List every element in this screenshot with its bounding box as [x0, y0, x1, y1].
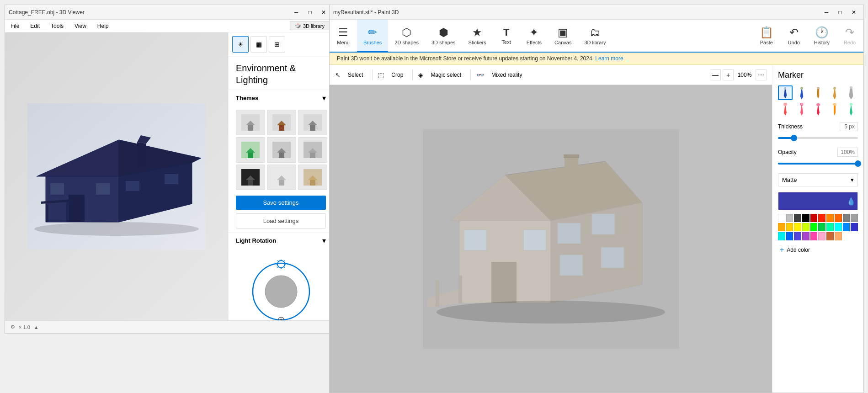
learn-more-link[interactable]: Learn more — [595, 55, 623, 62]
theme-cell-9[interactable] — [298, 165, 327, 190]
color-red[interactable] — [818, 214, 825, 222]
color-darkgreen[interactable] — [818, 223, 825, 231]
color-yellow[interactable] — [794, 223, 801, 231]
zoom-options-button[interactable]: ⋯ — [756, 69, 767, 80]
paint3d-maximize-button[interactable]: □ — [834, 8, 846, 17]
color-darkred[interactable] — [810, 214, 818, 222]
maximize-button[interactable]: □ — [304, 8, 316, 17]
theme-cell-4[interactable] — [236, 137, 265, 163]
color-lime[interactable] — [802, 223, 809, 231]
paint3d-close-button[interactable]: ✕ — [848, 8, 860, 17]
color-tan[interactable] — [835, 232, 842, 240]
brush-marker-7[interactable] — [794, 102, 809, 117]
theme-cell-7[interactable] — [236, 165, 265, 190]
color-lightpink[interactable] — [818, 232, 825, 240]
color-blue[interactable] — [843, 223, 850, 231]
color-gray2[interactable] — [851, 214, 858, 222]
thickness-slider[interactable] — [778, 134, 858, 142]
color-royalblue[interactable] — [786, 232, 793, 240]
opacity-thumb[interactable] — [855, 160, 861, 167]
theme-cell-1[interactable] — [236, 110, 265, 135]
color-gray1[interactable] — [843, 214, 850, 222]
toolbar-history[interactable]: 🕐 History — [808, 20, 836, 53]
toolbar-canvas[interactable]: ▣ Canvas — [548, 20, 578, 53]
brush-marker-1[interactable] — [778, 85, 793, 100]
color-orange[interactable] — [826, 214, 834, 222]
zoom-out-button[interactable]: — — [710, 69, 721, 80]
color-white[interactable] — [778, 214, 785, 222]
color-aqua[interactable] — [778, 232, 785, 240]
zoom-in-button[interactable]: + — [723, 69, 734, 80]
brush-marker-10[interactable] — [844, 102, 858, 117]
color-purple[interactable] — [802, 232, 809, 240]
color-darkgray[interactable] — [794, 214, 801, 222]
theme-cell-3[interactable] — [298, 110, 327, 135]
brush-marker-2[interactable] — [794, 85, 809, 100]
select-tool[interactable]: Select — [344, 70, 367, 80]
grid-view-btn[interactable]: ▦ — [250, 36, 267, 53]
load-settings-button[interactable]: Load settings — [236, 213, 326, 228]
color-gold[interactable] — [786, 223, 793, 231]
color-black[interactable] — [802, 214, 809, 222]
close-button[interactable]: ✕ — [318, 8, 330, 17]
list-view-btn[interactable]: ⊞ — [269, 36, 285, 53]
theme-cell-5[interactable] — [267, 137, 296, 163]
brush-marker-9[interactable] — [827, 102, 842, 117]
save-settings-button[interactable]: Save settings — [236, 196, 326, 210]
brush-marker-3[interactable] — [811, 85, 825, 100]
menu-help[interactable]: Help — [96, 22, 111, 30]
color-amber[interactable] — [778, 223, 785, 231]
color-navy[interactable] — [851, 223, 858, 231]
theme-cell-2[interactable] — [267, 110, 296, 135]
theme-cell-8[interactable] — [267, 165, 296, 190]
finish-dropdown[interactable]: Matte ▾ — [778, 173, 858, 186]
menu-tools[interactable]: Tools — [49, 22, 65, 30]
brush-marker-6[interactable] — [778, 102, 793, 117]
light-dial[interactable] — [249, 260, 313, 320]
menu-edit[interactable]: Edit — [28, 22, 42, 30]
brush-marker-5[interactable] — [844, 85, 858, 100]
crop-tool[interactable]: Crop — [388, 70, 407, 80]
eyedropper-icon[interactable]: 💧 — [847, 197, 856, 206]
color-pink[interactable] — [810, 232, 818, 240]
toolbar-brushes[interactable]: ✏ Brushes — [357, 20, 388, 53]
color-teal[interactable] — [826, 223, 834, 231]
light-rotation-header[interactable]: Light Rotation ▾ — [229, 232, 333, 249]
brush-marker-4[interactable] — [827, 85, 842, 100]
brush-marker-8[interactable] — [811, 102, 825, 117]
mixed-reality-tool[interactable]: Mixed reality — [488, 70, 526, 80]
library-button[interactable]: 🎲 3D library — [290, 21, 330, 30]
toolbar-effects[interactable]: ✦ Effects — [520, 20, 548, 53]
3d-shapes-icon: ⬢ — [439, 26, 448, 39]
color-brown[interactable] — [826, 232, 834, 240]
color-silver[interactable] — [786, 214, 793, 222]
magic-select-tool[interactable]: Magic select — [427, 70, 465, 80]
toolbar-redo[interactable]: ↷ Redo — [836, 20, 863, 53]
toolbar-2d-shapes[interactable]: ⬡ 2D shapes — [388, 20, 425, 53]
add-color-button[interactable]: + Add color — [778, 244, 858, 256]
toolbar-stickers[interactable]: ★ Stickers — [462, 20, 493, 53]
minimize-button[interactable]: ─ — [290, 8, 302, 17]
toolbar-undo[interactable]: ↶ Undo — [780, 20, 808, 53]
lighting-tool-btn[interactable]: ☀ — [232, 36, 249, 53]
toolbar-paste[interactable]: 📋 Paste — [753, 20, 780, 53]
toolbar-3d-shapes[interactable]: ⬢ 3D shapes — [425, 20, 462, 53]
toolbar-text[interactable]: T Text — [493, 20, 520, 53]
color-green[interactable] — [810, 223, 818, 231]
paint3d-canvas-area[interactable]: ↖ Select ⬚ Crop ◈ Magic select 👓 Mixed r… — [330, 65, 772, 393]
color-cyan[interactable] — [835, 223, 842, 231]
color-darkorange[interactable] — [835, 214, 842, 222]
viewer-canvas[interactable] — [5, 32, 228, 320]
paint3d-minimize-button[interactable]: ─ — [820, 8, 832, 17]
svg-line-53 — [284, 267, 285, 268]
theme-cell-6[interactable] — [298, 137, 327, 163]
opacity-slider[interactable] — [778, 159, 858, 168]
themes-header[interactable]: Themes ▾ — [229, 90, 333, 106]
color-indigo[interactable] — [794, 232, 801, 240]
color-swatch[interactable]: 💧 — [778, 192, 858, 210]
toolbar-menu[interactable]: ☰ Menu — [330, 20, 357, 53]
thickness-thumb[interactable] — [791, 135, 797, 141]
menu-view[interactable]: View — [73, 22, 88, 30]
menu-file[interactable]: File — [9, 22, 21, 30]
toolbar-3d-library[interactable]: 🗂 3D library — [578, 20, 612, 53]
